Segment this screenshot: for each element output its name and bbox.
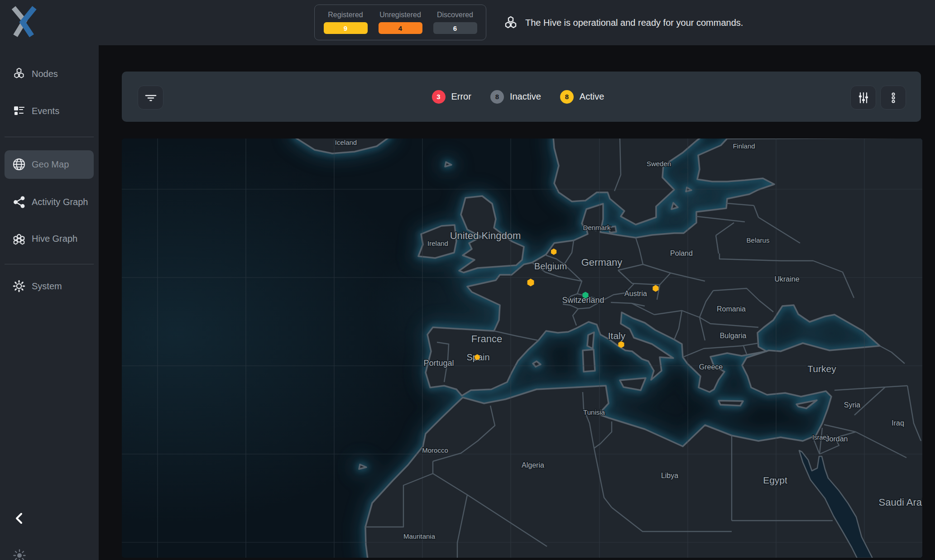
legend-error[interactable]: 3 Error (432, 90, 471, 104)
sidebar-nav: Nodes Events Geo Map Activity Graph (0, 45, 99, 560)
hive-status-message: The Hive is operational and ready for yo… (525, 18, 743, 28)
legend-inactive-label: Inactive (510, 91, 541, 102)
map-label-morocco: Morocco (422, 446, 448, 454)
map-label-austria: Austria (624, 290, 647, 297)
map-label-portugal: Portugal (423, 359, 454, 368)
sidebar-item-hive-graph[interactable]: Hive Graph (0, 227, 99, 250)
map-label-finland: Finland (733, 142, 755, 150)
map-label-poland: Poland (670, 249, 693, 257)
map-label-ireland: Ireland (427, 239, 448, 247)
sidebar-item-nodes[interactable]: Nodes (0, 62, 99, 86)
legend-error-label: Error (451, 91, 471, 102)
sidebar-item-label: System (32, 281, 62, 292)
stat-unregistered: Unregistered 4 (379, 11, 422, 34)
sidebar-item-system[interactable]: System (0, 274, 99, 298)
main-content: 3 Error 8 Inactive 8 Active (99, 45, 935, 560)
more-options-button[interactable] (880, 86, 906, 110)
sidebar-item-events[interactable]: Events (0, 99, 99, 123)
sun-icon[interactable] (13, 549, 26, 560)
stat-registered-label: Registered (328, 11, 363, 19)
map-label-turkey: Turkey (807, 364, 836, 374)
hive-icon (503, 15, 518, 30)
sidebar-item-geo-map[interactable]: Geo Map (0, 153, 99, 176)
legend-active-label: Active (580, 91, 604, 102)
share-nodes-icon (12, 195, 26, 209)
stat-discovered-count: 6 (433, 22, 477, 34)
map-label-italy: Italy (608, 330, 626, 341)
map-label-saudi-arabia: Saudi Arabia (879, 497, 922, 508)
legend-active-count: 8 (560, 90, 574, 104)
map-label-ukraine: Ukraine (774, 275, 799, 283)
map-label-iceland: Iceland (335, 139, 357, 146)
map-label-mauritania: Mauritania (403, 532, 436, 540)
map-label-germany: Germany (581, 257, 622, 268)
map-label-romania: Romania (717, 305, 746, 313)
map-label-denmark: Denmark (583, 224, 611, 231)
map-label-algeria: Algeria (522, 461, 544, 469)
stat-discovered-label: Discovered (437, 11, 473, 19)
map-label-bulgaria: Bulgaria (720, 332, 747, 340)
map-toolbar: 3 Error 8 Inactive 8 Active (122, 72, 921, 122)
map-label-tunisia: Tunisia (583, 408, 605, 416)
map-label-united-kingdom: United Kingdom (450, 230, 521, 241)
stat-unregistered-label: Unregistered (379, 11, 421, 19)
legend-inactive-count: 8 (490, 90, 504, 104)
sliders-icon (857, 91, 870, 104)
legend-error-count: 3 (432, 90, 445, 104)
status-legend: 3 Error 8 Inactive 8 Active (432, 72, 604, 122)
gear-icon (12, 279, 26, 293)
map-label-iraq: Iraq (892, 419, 904, 427)
map-label-greece: Greece (699, 363, 723, 371)
sidebar-collapse-button[interactable] (13, 512, 26, 525)
sidebar-item-label: Geo Map (32, 159, 69, 170)
map-label-syria: Syria (844, 401, 861, 409)
sidebar-item-label: Activity Graph (32, 197, 88, 207)
legend-active[interactable]: 8 Active (560, 90, 604, 104)
hive-status: The Hive is operational and ready for yo… (503, 0, 743, 45)
globe-icon (12, 158, 26, 171)
app-header: Registered 9 Unregistered 4 Discovered 6… (0, 0, 935, 45)
honeycomb-icon (12, 232, 26, 245)
map-label-egypt: Egypt (763, 475, 787, 485)
sidebar-divider (5, 137, 94, 137)
sidebar-divider (5, 264, 94, 264)
map-label-belgium: Belgium (534, 261, 567, 271)
sidebar-item-label: Hive Graph (32, 234, 77, 244)
stat-unregistered-count: 4 (379, 22, 422, 34)
node-stats-summary: Registered 9 Unregistered 4 Discovered 6 (314, 5, 486, 40)
map-label-france: France (471, 333, 502, 345)
filter-button[interactable] (138, 86, 163, 110)
map-settings-button[interactable] (850, 86, 876, 110)
event-list-icon (12, 104, 26, 118)
hexagon-cluster-icon (12, 67, 26, 81)
sidebar-item-activity-graph[interactable]: Activity Graph (0, 190, 99, 214)
map-label-belarus: Belarus (747, 236, 770, 244)
sidebar-item-label: Events (32, 106, 59, 116)
map-label-sweden: Sweden (647, 160, 671, 168)
app-logo (11, 6, 37, 38)
stat-discovered: Discovered 6 (433, 11, 477, 34)
filter-icon (145, 92, 157, 104)
sidebar-item-label: Nodes (32, 69, 58, 79)
legend-inactive[interactable]: 8 Inactive (490, 90, 541, 104)
stat-registered-count: 9 (324, 22, 368, 34)
stat-registered: Registered 9 (324, 11, 368, 34)
geo-map[interactable]: IcelandFinlandSwedenDenmarkUnited Kingdo… (122, 139, 922, 558)
map-label-libya: Libya (661, 472, 678, 479)
kebab-dots-icon (887, 92, 899, 104)
map-label-jordan: Jordan (826, 435, 848, 443)
